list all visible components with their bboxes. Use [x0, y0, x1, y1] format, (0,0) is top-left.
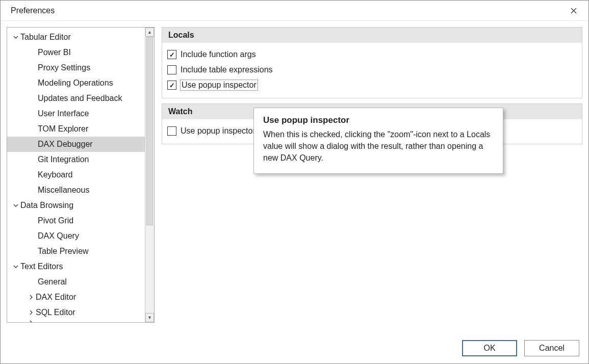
tree-node-m-editor[interactable]: M Editor [7, 320, 145, 322]
tree-node-ui[interactable]: User Interface [7, 106, 145, 121]
tree-label: Text Editors [20, 262, 63, 271]
tree-node-power-bi[interactable]: Power BI [7, 45, 145, 60]
tree-label: DAX Query [38, 231, 79, 241]
tree-label: General [38, 277, 67, 287]
tree-node-modeling[interactable]: Modeling Operations [7, 75, 145, 91]
dialog-footer: OK Cancel [1, 333, 588, 363]
tree-node-updates[interactable]: Updates and Feedback [7, 91, 145, 106]
tree-node-general[interactable]: General [7, 274, 145, 290]
scroll-up-button[interactable]: ▲ [145, 28, 154, 37]
tree-label: User Interface [38, 109, 89, 118]
tree-node-data-browsing[interactable]: Data Browsing [7, 198, 145, 213]
scroll-down-button[interactable]: ▼ [145, 313, 154, 322]
dialog-body: Tabular Editor Power BI Proxy Settings M… [1, 21, 588, 333]
chevron-down-icon[interactable] [11, 264, 20, 269]
tree-node-daxq[interactable]: DAX Query [7, 228, 145, 244]
tree-label: Proxy Settings [38, 63, 90, 72]
close-button[interactable] [566, 3, 581, 18]
chevron-right-icon[interactable] [27, 310, 36, 315]
tree-label: Git Integration [38, 155, 89, 164]
tree-node-misc[interactable]: Miscellaneous [7, 183, 145, 198]
tooltip-popup: Use popup inspector When this is checked… [253, 108, 503, 174]
tree-node-dax-editor[interactable]: DAX Editor [7, 290, 145, 305]
tree-node-sql-editor[interactable]: SQL Editor [7, 305, 145, 320]
scroll-track[interactable] [145, 37, 154, 313]
tooltip-body: When this is checked, clicking the "zoom… [263, 128, 494, 164]
tree-label: Table Preview [38, 247, 89, 256]
include-args-label: Include function args [181, 50, 256, 59]
tree-node-table[interactable]: Table Preview [7, 244, 145, 259]
chevron-down-icon[interactable] [11, 203, 20, 208]
tree-label: TOM Explorer [38, 124, 88, 134]
include-table-row[interactable]: Include table expressions [167, 62, 577, 77]
cancel-button[interactable]: Cancel [524, 340, 579, 356]
include-args-checkbox[interactable] [167, 50, 176, 59]
tree-label: Pivot Grid [38, 216, 73, 225]
tree-label: SQL Editor [36, 308, 75, 317]
close-icon [571, 8, 577, 14]
tree-label: Data Browsing [20, 201, 73, 210]
tree-scrollbar[interactable]: ▲ ▼ [145, 28, 154, 322]
tree-label: Miscellaneous [38, 186, 89, 195]
chevron-down-icon[interactable] [11, 35, 20, 40]
window-title: Preferences [11, 6, 55, 15]
nav-tree-container: Tabular Editor Power BI Proxy Settings M… [7, 27, 155, 323]
tooltip-title: Use popup inspector [263, 115, 494, 125]
tree-label: Modeling Operations [38, 79, 113, 88]
include-args-row[interactable]: Include function args [167, 47, 577, 62]
ok-button[interactable]: OK [462, 340, 517, 356]
tree-label: DAX Editor [36, 293, 76, 302]
watch-popup-checkbox[interactable] [167, 126, 176, 136]
locals-popup-label: Use popup inspector [181, 80, 258, 90]
tree-node-tom[interactable]: TOM Explorer [7, 121, 145, 137]
chevron-right-icon[interactable] [27, 295, 36, 300]
locals-group: Locals Include function args Include tab… [162, 27, 582, 98]
tree-label: Tabular Editor [20, 33, 71, 42]
preferences-window: Preferences Tabular Editor Power BI Prox… [0, 0, 589, 364]
nav-tree[interactable]: Tabular Editor Power BI Proxy Settings M… [7, 28, 145, 322]
tree-node-text-editors[interactable]: Text Editors [7, 259, 145, 274]
tree-node-proxy[interactable]: Proxy Settings [7, 60, 145, 75]
tree-node-pivot[interactable]: Pivot Grid [7, 213, 145, 228]
include-table-label: Include table expressions [181, 65, 273, 74]
titlebar: Preferences [1, 1, 588, 21]
locals-popup-checkbox[interactable] [167, 81, 176, 90]
tree-node-tabular-editor[interactable]: Tabular Editor [7, 30, 145, 45]
tree-label: Updates and Feedback [38, 94, 122, 103]
tree-node-keyboard[interactable]: Keyboard [7, 167, 145, 183]
include-table-checkbox[interactable] [167, 65, 176, 74]
settings-panel: Locals Include function args Include tab… [162, 27, 582, 333]
tree-label: Keyboard [38, 170, 73, 179]
scroll-thumb[interactable] [146, 37, 153, 225]
watch-popup-label: Use popup inspector [181, 126, 255, 136]
locals-header: Locals [162, 28, 582, 43]
tree-node-dax-debugger[interactable]: DAX Debugger [7, 137, 145, 152]
tree-node-git[interactable]: Git Integration [7, 152, 145, 167]
tree-label: Power BI [38, 48, 71, 57]
chevron-right-icon[interactable] [27, 320, 36, 322]
locals-popup-row[interactable]: Use popup inspector [167, 77, 577, 93]
tree-label: DAX Debugger [38, 140, 93, 149]
